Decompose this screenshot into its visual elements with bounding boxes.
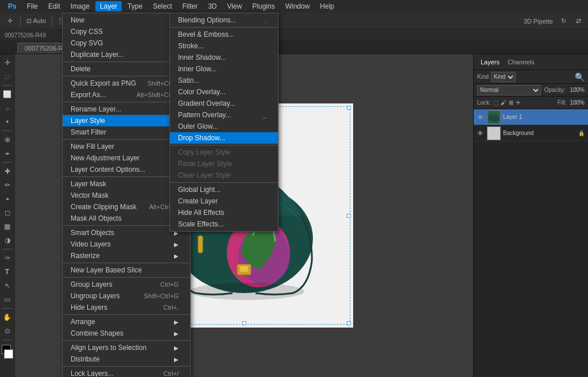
ls-drop-shadow[interactable]: Drop Shadow... [170, 132, 278, 144]
path-select-tool[interactable]: ↖ [1, 279, 14, 292]
layer-bg-name: Background [503, 130, 576, 136]
layer-1-visibility[interactable]: 👁 [477, 114, 483, 121]
svg-point-6 [189, 283, 304, 300]
lock-position-btn[interactable]: ✛ [516, 99, 520, 106]
ls-paste-layer-style[interactable]: Paste Layer Style [170, 158, 278, 170]
artboard-tool[interactable]: ⬚ [1, 70, 14, 83]
ls-scale-effects[interactable]: Scale Effects... [170, 218, 278, 230]
move-tool-btn[interactable]: ✛ [3, 15, 16, 28]
toolbar-separator [20, 16, 21, 26]
submenu-arrow: ▶ [174, 241, 179, 248]
ls-stroke[interactable]: Stroke... [170, 40, 278, 52]
right-panels: Layers Channels Kind Kind 🔍 Normal Opaci… [473, 54, 588, 377]
menu-window[interactable]: Window [281, 1, 315, 11]
menu-view[interactable]: View [223, 1, 247, 11]
gradient-tool[interactable]: ▦ [1, 220, 14, 233]
tool-separator-4 [2, 249, 13, 249]
ps-logo[interactable]: Ps [3, 1, 21, 11]
flip-btn[interactable]: ⇄ [572, 15, 585, 28]
ls-blending-options[interactable]: Blending Options... , [170, 14, 278, 26]
ls-copy-layer-style[interactable]: Copy Layer Style [170, 147, 278, 158]
menu-item-ungroup-layers[interactable]: Ungroup Layers Shift+Ctrl+G [63, 290, 190, 302]
layer-style-submenu: Blending Options... , Bevel & Emboss... … [169, 13, 278, 232]
menu-item-new-layer-slice[interactable]: New Layer Based Slice [63, 264, 190, 276]
kind-select[interactable]: Kind [491, 72, 516, 82]
quick-select-tool[interactable]: ✦ [1, 116, 14, 128]
menu-item-video-layers[interactable]: Video Layers ▶ [63, 238, 190, 250]
menu-filter[interactable]: Filter [177, 1, 202, 11]
tool-separator-3 [2, 162, 13, 163]
menu-item-distribute[interactable]: Distribute ▶ [63, 353, 190, 365]
menu-item-align-layers[interactable]: Align Layers to Selection ▶ [63, 342, 190, 353]
ls-global-light[interactable]: Global Light... [170, 184, 278, 195]
layers-tab[interactable]: Layers [478, 59, 502, 66]
pen-tool[interactable]: ✑ [1, 252, 14, 264]
menu-plugins[interactable]: Plugins [247, 1, 279, 11]
menu-3d[interactable]: 3D [203, 1, 221, 11]
menu-help[interactable]: Help [315, 1, 339, 11]
search-icon[interactable]: 🔍 [575, 72, 585, 82]
menu-item-combine-shapes[interactable]: Combine Shapes ▶ [63, 328, 190, 339]
ls-bevel-emboss[interactable]: Bevel & Emboss... [170, 29, 278, 40]
layer-item-background[interactable]: 👁 Background 🔒 [474, 125, 588, 141]
menu-layer[interactable]: Layer [95, 1, 122, 11]
toolbar-separator-2 [52, 16, 52, 26]
ls-outer-glow[interactable]: Outer Glow... [170, 121, 278, 132]
fill-value[interactable]: 100% [570, 99, 585, 106]
zoom-tool[interactable]: ⊙ [1, 325, 14, 337]
handle-bottom-right[interactable] [347, 321, 351, 325]
move-tool[interactable]: ✛ [1, 56, 14, 69]
ls-color-overlay[interactable]: Color Overlay... [170, 86, 278, 98]
ls-inner-shadow[interactable]: Inner Shadow... [170, 52, 278, 63]
menu-type[interactable]: Type [123, 1, 147, 11]
marquee-tool[interactable]: ⬜ [1, 88, 14, 101]
ls-gradient-overlay[interactable]: Gradient Overlay... [170, 98, 278, 109]
lock-paint-btn[interactable]: 🖌 [501, 99, 506, 106]
healing-tool[interactable]: ✚ [1, 165, 14, 178]
background-color[interactable] [4, 349, 13, 359]
ls-pattern-overlay[interactable]: Pattern Overlay... _ [170, 109, 278, 121]
layer-item-1[interactable]: 👁 Layer 1 [474, 109, 588, 125]
menu-group-8: New Layer Based Slice [63, 263, 190, 278]
ls-inner-glow[interactable]: Inner Glow... [170, 63, 278, 75]
crop-tool[interactable]: ⊕ [1, 133, 14, 146]
submenu-arrow: ▶ [174, 253, 179, 259]
layer-bg-thumbnail [487, 126, 501, 140]
ls-hide-all-effects[interactable]: Hide All Effects [170, 207, 278, 218]
handle-mid-right[interactable] [347, 214, 351, 218]
menu-item-rasterize[interactable]: Rasterize ▶ [63, 250, 190, 261]
menu-item-lock-layers[interactable]: Lock Layers... Ctrl+/ [63, 368, 190, 377]
layer-bg-visibility[interactable]: 👁 [477, 130, 483, 137]
menu-image[interactable]: Image [66, 1, 94, 11]
menu-item-hide-layers[interactable]: Hide Layers Ctrl+, [63, 302, 190, 313]
ls-create-layer[interactable]: Create Layer [170, 195, 278, 207]
eraser-tool[interactable]: ◻ [1, 206, 14, 219]
rotate-btn[interactable]: ↻ [557, 15, 570, 28]
ls-clear-layer-style[interactable]: Clear Layer Style [170, 170, 278, 181]
shape-tool[interactable]: ▭ [1, 293, 14, 306]
hand-tool[interactable]: ✋ [1, 311, 14, 324]
ls-group-3: Copy Layer Style Paste Layer Style Clear… [170, 145, 278, 183]
ls-satin[interactable]: Satin... [170, 75, 278, 86]
channels-tab[interactable]: Channels [505, 59, 536, 66]
handle-bottom-mid[interactable] [242, 321, 246, 325]
clone-tool[interactable]: ⚭ [1, 193, 14, 205]
opacity-value[interactable]: 100% [570, 87, 585, 93]
eyedropper-tool[interactable]: ✒ [1, 147, 14, 160]
handle-top-right[interactable] [347, 106, 351, 110]
brush-tool[interactable]: ✏ [1, 179, 14, 191]
lock-transparent-btn[interactable]: ⬚ [493, 99, 498, 106]
lock-artboard-btn[interactable]: ⊠ [509, 99, 513, 106]
menu-select[interactable]: Select [148, 1, 176, 11]
lasso-tool[interactable]: ⌕ [1, 102, 14, 114]
type-tool[interactable]: T [1, 266, 14, 278]
menu-item-group-layers[interactable]: Group Layers Ctrl+G [63, 279, 190, 290]
submenu-arrow: ▶ [174, 319, 179, 325]
lock-label: Lock: [477, 99, 491, 106]
blend-mode-select[interactable]: Normal [477, 85, 541, 95]
menu-file[interactable]: File [22, 1, 42, 11]
menu-edit[interactable]: Edit [44, 1, 65, 11]
menu-item-arrange[interactable]: Arrange ▶ [63, 316, 190, 328]
dodge-tool[interactable]: ◑ [1, 234, 14, 247]
menu-group-11: Align Layers to Selection ▶ Distribute ▶ [63, 341, 190, 367]
